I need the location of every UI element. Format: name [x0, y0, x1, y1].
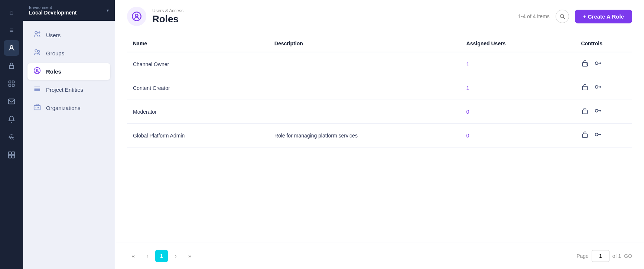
bell-icon[interactable] [4, 111, 19, 127]
svg-point-0 [10, 45, 13, 48]
svg-rect-3 [12, 81, 14, 83]
widgets-icon[interactable] [4, 147, 19, 163]
lock-control-icon[interactable] [581, 107, 589, 116]
sidebar-item-roles[interactable]: Roles [27, 63, 110, 80]
svg-point-34 [595, 62, 598, 64]
svg-rect-1 [9, 65, 14, 68]
svg-point-29 [560, 14, 563, 18]
row-name: Moderator [127, 100, 269, 124]
sidebar-users-label: Users [46, 32, 61, 38]
sidebar-nav: Users Groups Roles [23, 21, 115, 122]
lock-control-icon[interactable] [581, 131, 589, 140]
env-label: Environment [29, 5, 77, 10]
page-1-button[interactable]: 1 [155, 250, 168, 262]
key-control-icon[interactable] [594, 83, 602, 93]
next-page-button[interactable]: › [169, 250, 182, 262]
roles-table-wrap: Name Description Assigned Users Controls… [115, 32, 644, 243]
prev-page-button[interactable]: ‹ [141, 250, 154, 262]
env-name: Local Development [29, 10, 77, 16]
col-header-assigned-users: Assigned Users [461, 35, 552, 52]
env-selector[interactable]: Environment Local Development ▾ [23, 0, 115, 21]
row-controls [551, 124, 632, 148]
row-controls [551, 52, 632, 76]
svg-point-32 [586, 63, 588, 65]
users-icon [33, 30, 42, 40]
svg-rect-9 [9, 155, 12, 158]
user-icon[interactable] [4, 40, 19, 56]
svg-point-49 [595, 133, 598, 136]
svg-point-11 [35, 32, 38, 34]
page-label: Page [576, 253, 589, 259]
sidebar: Environment Local Development ▾ Users [23, 0, 115, 269]
svg-point-15 [35, 50, 38, 52]
col-header-description: Description [269, 35, 461, 52]
table-header: Name Description Assigned Users Controls [127, 35, 632, 52]
header-right: 1-4 of 4 items + Create A Role [518, 10, 632, 23]
table-row: Moderator 0 [127, 100, 632, 124]
svg-rect-4 [9, 84, 11, 87]
svg-rect-6 [9, 99, 15, 104]
key-control-icon[interactable] [594, 130, 602, 140]
svg-rect-10 [12, 155, 15, 158]
row-description: Role for managing platform services [269, 124, 461, 148]
create-role-button[interactable]: + Create A Role [575, 10, 632, 23]
row-assigned-users[interactable]: 1 [461, 52, 552, 76]
last-page-button[interactable]: » [183, 250, 196, 262]
first-page-button[interactable]: « [127, 250, 140, 262]
organizations-icon [33, 103, 42, 113]
pagination: « ‹ 1 › » Page of 1 GO [115, 243, 644, 269]
sidebar-item-users[interactable]: Users [27, 27, 110, 43]
lock-control-icon[interactable] [581, 59, 589, 69]
table-row: Global Platform Admin Role for managing … [127, 124, 632, 148]
svg-rect-2 [9, 81, 11, 83]
row-name: Global Platform Admin [127, 124, 269, 148]
header-left: Users & Access Roles [127, 7, 183, 26]
table-body: Channel Owner 1 [127, 52, 632, 148]
svg-rect-7 [9, 152, 12, 155]
search-button[interactable] [556, 10, 569, 23]
row-assigned-users[interactable]: 0 [461, 100, 552, 124]
roles-table: Name Description Assigned Users Controls… [127, 35, 632, 148]
key-control-icon[interactable] [594, 59, 602, 69]
svg-rect-5 [12, 84, 14, 87]
page-nav-right: Page of 1 GO [576, 250, 632, 262]
page-header: Users & Access Roles 1-4 of 4 items + Cr… [115, 0, 644, 32]
lock-icon[interactable] [4, 58, 19, 74]
groups-icon [33, 49, 42, 58]
page-input[interactable] [592, 250, 609, 262]
title-block: Users & Access Roles [152, 8, 183, 25]
mail-icon[interactable] [4, 94, 19, 109]
layers-icon[interactable] [4, 76, 19, 91]
project-entities-icon [33, 85, 42, 94]
row-description [269, 52, 461, 76]
svg-point-39 [595, 85, 598, 88]
sidebar-item-organizations[interactable]: Organizations [27, 100, 110, 116]
row-assigned-users[interactable]: 1 [461, 76, 552, 100]
row-name: Content Creator [127, 76, 269, 100]
sidebar-project-entities-label: Project Entities [46, 87, 83, 93]
svg-rect-48 [583, 134, 588, 137]
icon-nav: ⌂ ≡ [0, 0, 23, 269]
item-count: 1-4 of 4 items [518, 13, 550, 19]
lock-control-icon[interactable] [581, 83, 589, 93]
sidebar-item-project-entities[interactable]: Project Entities [27, 81, 110, 98]
key-control-icon[interactable] [594, 107, 602, 117]
row-description [269, 100, 461, 124]
sidebar-roles-label: Roles [46, 68, 61, 75]
go-button[interactable]: GO [624, 253, 632, 259]
roles-icon [33, 67, 42, 76]
page-icon [127, 7, 146, 26]
home-icon[interactable]: ⌂ [4, 4, 19, 20]
svg-point-44 [595, 109, 598, 112]
svg-line-30 [563, 17, 565, 19]
page-title: Roles [152, 13, 183, 25]
svg-rect-43 [583, 110, 588, 114]
svg-rect-8 [12, 152, 15, 155]
sidebar-item-groups[interactable]: Groups [27, 45, 110, 62]
row-assigned-users[interactable]: 0 [461, 124, 552, 148]
list-icon[interactable]: ≡ [4, 22, 19, 38]
translate-icon[interactable] [4, 129, 19, 145]
of-label: of 1 [612, 253, 621, 259]
row-description [269, 76, 461, 100]
row-controls [551, 100, 632, 124]
